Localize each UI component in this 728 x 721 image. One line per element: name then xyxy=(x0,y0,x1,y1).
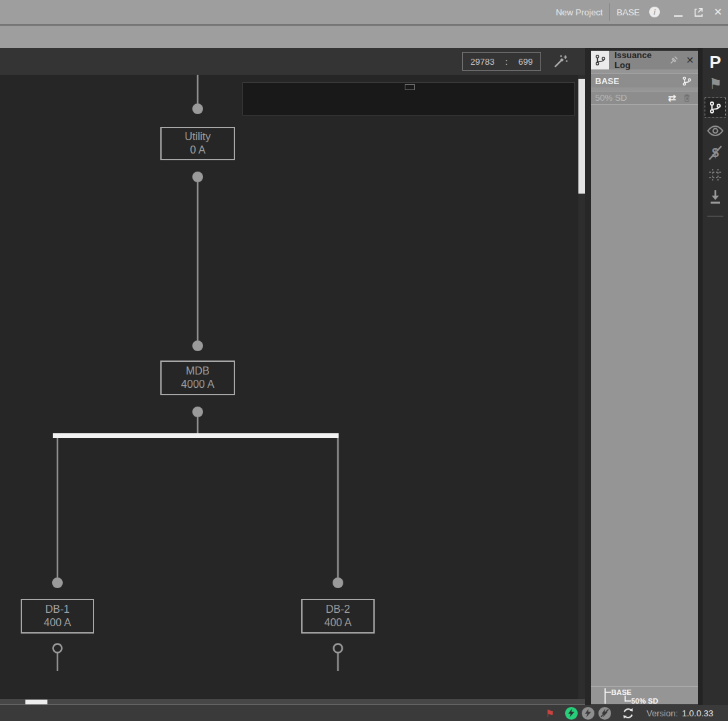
right-toolbar: P ⚑ xyxy=(703,48,728,705)
power-alt-indicator[interactable] xyxy=(582,707,594,720)
panel-close-button[interactable]: ✕ xyxy=(682,52,698,68)
issuance-log-header: Issuance Log ✕ xyxy=(591,51,698,69)
projects-icon: P xyxy=(709,53,721,71)
panel-title: Issuance Log xyxy=(609,50,666,70)
utility-top-terminal xyxy=(192,103,203,114)
info-icon[interactable]: i xyxy=(649,7,660,17)
issuance-log-panel: Issuance Log ✕ xyxy=(591,48,698,705)
no-cost-icon: $ xyxy=(707,144,723,162)
bus-bar xyxy=(53,433,339,438)
project-name: New Project xyxy=(549,7,609,17)
coordinate-separator: : xyxy=(505,57,508,67)
tree-node-child: 50% SD xyxy=(631,697,658,705)
delete-button[interactable] xyxy=(679,93,694,103)
node-name: DB-1 xyxy=(45,604,69,616)
grid-icon xyxy=(707,166,724,184)
coordinates-display: 29783 : 699 xyxy=(462,52,541,71)
minimize-icon xyxy=(674,15,683,17)
projects-button[interactable]: P xyxy=(705,53,726,71)
node-name: DB-2 xyxy=(326,604,350,616)
node-rating: 0 A xyxy=(190,144,205,156)
version-label: Version: xyxy=(647,708,678,718)
cost-toggle-button[interactable]: $ xyxy=(705,144,726,162)
status-flag-icon[interactable]: ⚑ xyxy=(546,708,554,718)
download-button[interactable] xyxy=(705,188,726,206)
node-db2[interactable]: DB-2 400 A xyxy=(301,599,375,634)
magic-wand-icon xyxy=(551,53,570,69)
node-rating: 400 A xyxy=(44,617,71,629)
refresh-button[interactable] xyxy=(622,707,634,720)
power-off-indicator[interactable] xyxy=(598,707,611,720)
title-bar: New Project BASE i ✕ xyxy=(0,0,728,25)
canvas-toolbar: 29783 : 699 xyxy=(0,48,585,75)
db1-top-terminal xyxy=(52,577,63,588)
trash-icon xyxy=(683,93,691,103)
tree-node-root: BASE xyxy=(611,688,632,696)
db2-top-terminal xyxy=(333,577,343,588)
issuance-row-50sd[interactable]: 50% SD ⇄ xyxy=(591,91,698,105)
canvas-column: 29783 : 699 xyxy=(0,48,585,705)
bolt-icon xyxy=(568,708,575,718)
power-on-indicator[interactable] xyxy=(565,707,578,720)
toolbar-divider xyxy=(707,216,723,217)
status-bar: ⚑ Vers xyxy=(0,705,728,721)
node-mdb[interactable]: MDB 4000 A xyxy=(160,360,235,395)
coordinate-x: 29783 xyxy=(470,57,494,67)
branch-icon xyxy=(709,101,722,114)
pin-button[interactable] xyxy=(666,52,682,68)
mdb-bottom-terminal xyxy=(192,407,203,417)
node-db1[interactable]: DB-1 400 A xyxy=(21,599,94,634)
restore-icon xyxy=(693,7,704,18)
visibility-button[interactable] xyxy=(705,122,726,140)
magic-wand-button[interactable] xyxy=(550,53,570,70)
close-icon: ✕ xyxy=(714,6,723,18)
issuance-log-button[interactable] xyxy=(705,97,726,117)
issuance-name: BASE xyxy=(610,7,647,17)
download-icon xyxy=(707,189,723,205)
node-rating: 400 A xyxy=(325,617,352,629)
bolt-icon xyxy=(584,708,592,718)
restore-button[interactable] xyxy=(688,2,708,22)
mdb-top-terminal xyxy=(192,340,203,351)
issuance-tree: BASE 50% SD xyxy=(591,686,698,704)
compare-button[interactable]: ⇄ xyxy=(665,92,679,104)
issuance-row-label: BASE xyxy=(595,76,679,86)
issuance-log-body xyxy=(591,108,698,686)
vertical-scrollbar-thumb[interactable] xyxy=(578,79,585,194)
panel-close-icon: ✕ xyxy=(686,55,694,65)
issuance-row-base[interactable]: BASE xyxy=(591,73,698,87)
vertical-scrollbar[interactable] xyxy=(578,75,585,699)
app-window: New Project BASE i ✕ 29783 : 699 xyxy=(0,0,728,721)
issuance-log-header-iconbox xyxy=(591,51,609,69)
diagram-canvas[interactable]: Utility 0 A MDB 4000 A DB-1 400 A DB-2 4… xyxy=(0,75,585,699)
coordinate-y: 699 xyxy=(518,57,533,67)
bolt-slash-icon xyxy=(600,708,609,718)
refresh-icon xyxy=(622,707,634,720)
version-value: 1.0.0.33 xyxy=(682,708,713,718)
close-button[interactable]: ✕ xyxy=(708,2,728,22)
branch-icon xyxy=(682,76,692,86)
node-utility[interactable]: Utility 0 A xyxy=(160,127,235,160)
db2-open-terminal xyxy=(334,644,343,653)
node-name: MDB xyxy=(186,365,210,377)
issuance-row-label: 50% SD xyxy=(595,93,665,103)
pin-icon xyxy=(669,55,679,65)
minimize-button[interactable] xyxy=(668,2,688,22)
flags-button[interactable]: ⚑ xyxy=(705,75,726,93)
horizontal-scrollbar-thumb[interactable] xyxy=(25,700,47,704)
grid-toggle-button[interactable] xyxy=(705,166,726,184)
canvas-panel-gap xyxy=(585,48,591,705)
db1-open-terminal xyxy=(53,644,62,653)
branch-row-button[interactable] xyxy=(679,76,694,86)
menu-band xyxy=(0,25,728,48)
flag-icon: ⚑ xyxy=(709,77,722,91)
branch-icon xyxy=(594,54,606,66)
main-area: 29783 : 699 xyxy=(0,48,728,705)
issuance-entries: BASE 50% SD xyxy=(591,73,698,108)
node-name: Utility xyxy=(184,131,210,143)
eye-icon xyxy=(707,125,724,137)
horizontal-scrollbar[interactable] xyxy=(0,699,585,705)
utility-bottom-terminal xyxy=(192,172,203,182)
node-rating: 4000 A xyxy=(181,379,214,391)
compare-icon: ⇄ xyxy=(668,92,677,104)
